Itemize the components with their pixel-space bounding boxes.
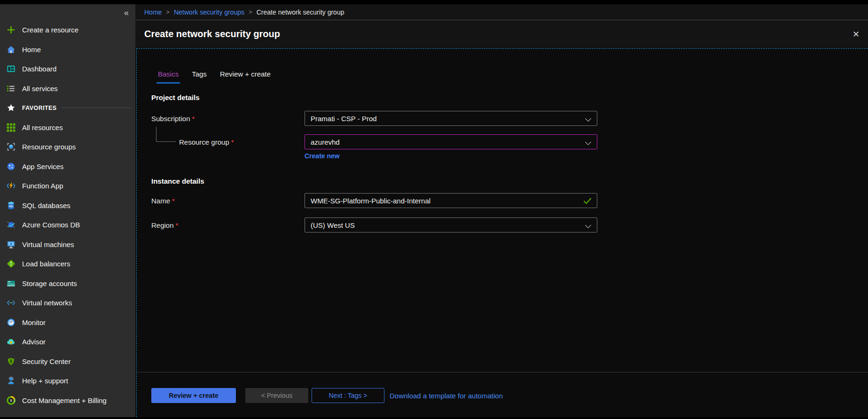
svg-text:$: $: [10, 399, 12, 403]
sidebar-item-label: SQL databases: [22, 202, 70, 210]
sidebar: « Create a resource Home Dashboard All s…: [0, 4, 135, 417]
plus-icon: [6, 25, 16, 35]
sidebar-item-all-resources[interactable]: All resources: [0, 118, 135, 138]
breadcrumb-separator: >: [249, 8, 252, 16]
security-center-icon: [6, 357, 16, 366]
virtual-networks-icon: [6, 298, 16, 308]
name-label: Name*: [151, 197, 305, 205]
tab-tags[interactable]: Tags: [190, 70, 208, 84]
sidebar-item-label: Function App: [22, 182, 63, 190]
sidebar-item-load-balancers[interactable]: Load balancers: [0, 254, 135, 274]
sidebar-item-dashboard[interactable]: Dashboard: [0, 59, 135, 79]
breadcrumb-nsg-link[interactable]: Network security groups: [174, 8, 244, 16]
required-marker: *: [172, 197, 175, 205]
blade-header: Create network security group ✕: [135, 20, 868, 48]
function-app-icon: [6, 181, 16, 191]
virtual-machines-icon: [6, 240, 16, 249]
content-area: Home > Network security groups > Create …: [135, 4, 868, 417]
instance-details-heading: Instance details: [151, 177, 868, 186]
grid-icon: [6, 123, 16, 132]
sql-databases-icon: SQL: [6, 201, 16, 210]
sidebar-item-storage-accounts[interactable]: Storage accounts: [0, 274, 135, 294]
star-icon: [6, 103, 16, 113]
dashboard-icon: [6, 64, 16, 74]
sidebar-section-favorites: FAVORITES: [0, 98, 135, 118]
load-balancers-icon: [6, 259, 16, 269]
cost-management-icon: $: [6, 396, 16, 405]
sidebar-item-azure-cosmos-db[interactable]: Azure Cosmos DB: [0, 215, 135, 235]
subscription-value: Pramati - CSP - Prod: [311, 115, 377, 123]
sidebar-section-label: FAVORITES: [22, 105, 57, 111]
sidebar-item-help-support[interactable]: Help + support: [0, 371, 135, 391]
breadcrumb-home-link[interactable]: Home: [144, 8, 162, 16]
sidebar-item-cost-management-billing[interactable]: $ Cost Management + Billing: [0, 391, 135, 411]
tab-bar: Basics Tags Review + create: [156, 49, 868, 84]
sidebar-item-create-a-resource[interactable]: Create a resource: [0, 20, 135, 40]
sidebar-item-sql-databases[interactable]: SQL SQL databases: [0, 196, 135, 216]
resource-group-dropdown[interactable]: azurevhd: [305, 134, 597, 149]
sidebar-item-app-services[interactable]: App Services: [0, 157, 135, 177]
sidebar-item-label: Storage accounts: [22, 279, 77, 287]
breadcrumb-current: Create network security group: [257, 8, 344, 16]
breadcrumb: Home > Network security groups > Create …: [135, 4, 868, 20]
blade-panel: Basics Tags Review + create Project deta…: [136, 48, 868, 417]
create-new-link[interactable]: Create new: [305, 152, 340, 160]
name-input[interactable]: WME-SG-Platform-Public-and-Internal: [305, 193, 597, 208]
breadcrumb-separator: >: [166, 8, 170, 16]
tab-basics[interactable]: Basics: [156, 70, 180, 84]
chevron-down-icon: [585, 222, 591, 228]
chevron-down-icon: [585, 139, 591, 145]
sidebar-item-advisor[interactable]: Advisor: [0, 332, 135, 352]
sidebar-item-function-app[interactable]: Function App: [0, 176, 135, 196]
cosmos-db-icon: [6, 220, 16, 230]
tab-review-create[interactable]: Review + create: [219, 70, 272, 84]
download-template-link[interactable]: Download a template for automation: [390, 392, 503, 400]
sidebar-item-label: Monitor: [22, 318, 46, 326]
sidebar-item-label: Dashboard: [22, 65, 56, 73]
chevron-down-icon: [585, 116, 591, 122]
svg-text:SQL: SQL: [8, 205, 13, 208]
help-support-icon: [6, 376, 16, 386]
sidebar-item-label: Advisor: [22, 338, 46, 346]
sidebar-item-label: Virtual networks: [22, 299, 72, 307]
collapse-sidebar-icon[interactable]: «: [124, 8, 129, 17]
sidebar-item-label: App Services: [22, 163, 63, 171]
sidebar-item-label: Resource groups: [22, 143, 76, 151]
sidebar-item-label: Help + support: [22, 377, 68, 385]
subscription-dropdown[interactable]: Pramati - CSP - Prod: [305, 111, 597, 126]
valid-check-icon: [583, 197, 592, 206]
sidebar-item-label: Security Center: [22, 357, 70, 365]
home-icon: [6, 45, 16, 54]
region-dropdown[interactable]: (US) West US: [305, 217, 597, 233]
page-title: Create network security group: [144, 29, 280, 39]
sidebar-item-label: Azure Cosmos DB: [22, 221, 80, 229]
azure-portal-screen: { "sidebar": { "collapse_icon": "«", "it…: [0, 0, 868, 419]
sidebar-item-monitor[interactable]: Monitor: [0, 313, 135, 333]
region-label: Region*: [151, 221, 305, 229]
required-marker: *: [231, 138, 234, 146]
sidebar-item-resource-groups[interactable]: Resource groups: [0, 137, 135, 157]
name-row: Name* WME-SG-Platform-Public-and-Interna…: [151, 193, 868, 208]
sidebar-nav: Create a resource Home Dashboard All ser…: [0, 4, 135, 410]
resource-groups-icon: [6, 142, 16, 152]
resource-group-value: azurevhd: [311, 138, 340, 146]
all-services-icon: [6, 84, 16, 93]
sidebar-item-label: Home: [22, 46, 41, 54]
sidebar-item-label: Cost Management + Billing: [22, 396, 107, 404]
subscription-row: Subscription* Pramati - CSP - Prod: [151, 111, 868, 126]
sidebar-item-all-services[interactable]: All services: [0, 79, 135, 99]
previous-button[interactable]: < Previous: [245, 388, 308, 403]
advisor-icon: [6, 337, 16, 347]
sidebar-item-virtual-networks[interactable]: Virtual networks: [0, 293, 135, 313]
app-services-icon: [6, 162, 16, 171]
sidebar-item-label: Virtual machines: [22, 241, 74, 248]
sidebar-item-security-center[interactable]: Security Center: [0, 352, 135, 372]
review-create-button[interactable]: Review + create: [151, 388, 236, 403]
sidebar-item-virtual-machines[interactable]: Virtual machines: [0, 235, 135, 255]
sidebar-item-home[interactable]: Home: [0, 40, 135, 60]
indent-connector-line: [156, 127, 176, 142]
close-icon[interactable]: ✕: [852, 29, 860, 39]
next-tags-button[interactable]: Next : Tags >: [312, 388, 384, 403]
name-value: WME-SG-Platform-Public-and-Internal: [311, 197, 430, 205]
required-marker: *: [192, 115, 195, 123]
